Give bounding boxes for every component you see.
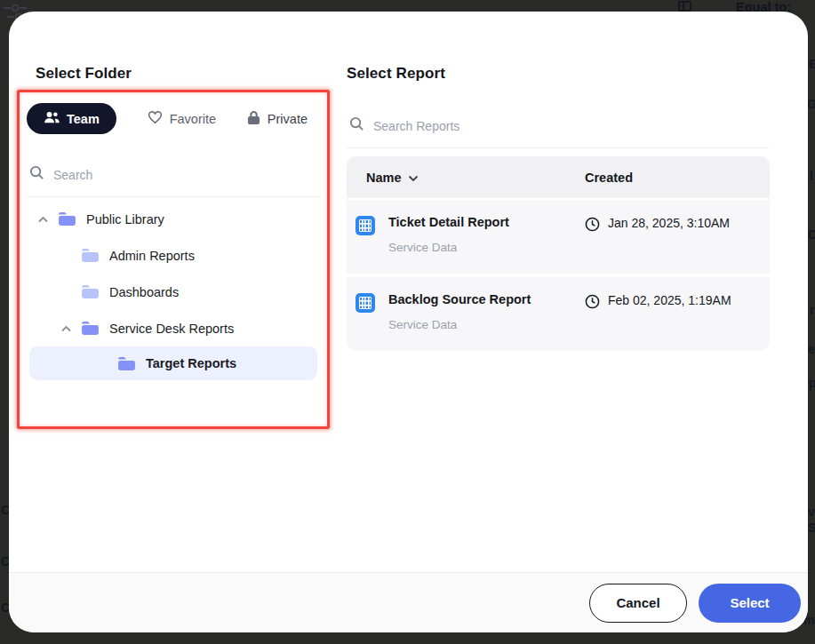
tab-team[interactable]: Team	[27, 103, 116, 134]
backdrop-text-fragment: p	[809, 376, 815, 390]
chevron-down-icon	[408, 171, 419, 185]
folder-tree: Public Library Admin Reports	[20, 201, 327, 380]
team-icon	[44, 111, 60, 126]
folder-closed-icon	[81, 284, 100, 299]
report-search-input[interactable]	[373, 119, 766, 133]
tab-private-label: Private	[268, 112, 308, 126]
tree-item-public-library[interactable]: Public Library	[20, 201, 327, 237]
report-search	[347, 109, 769, 148]
table-icon	[678, 1, 691, 12]
lock-icon	[247, 110, 260, 128]
report-name: Backlog Source Report	[388, 292, 531, 306]
folder-panel-title: Select Folder	[36, 65, 132, 83]
report-name: Ticket Detail Report	[388, 215, 509, 229]
report-panel-title: Select Report	[347, 65, 445, 83]
dialog-footer: Cancel Select	[9, 572, 808, 632]
tree-item-target-reports[interactable]: Target Reports	[29, 346, 317, 380]
chevron-up-icon[interactable]	[60, 325, 72, 332]
tree-item-admin-reports[interactable]: Admin Reports	[20, 237, 327, 274]
tree-item-label: Target Reports	[146, 356, 236, 370]
folder-search-input[interactable]	[53, 168, 319, 182]
tree-item-label: Dashboards	[109, 285, 179, 299]
clock-icon	[585, 294, 600, 313]
folder-open-icon	[58, 211, 76, 227]
report-grid-icon	[356, 293, 375, 313]
report-row-backlog-source[interactable]: Backlog Source Report Service Data Feb 0…	[347, 277, 770, 351]
tree-item-label: Service Desk Reports	[109, 322, 234, 336]
backdrop-text-fragment: l	[810, 169, 813, 183]
folder-scope-tabs: Team Favorite Private	[27, 103, 308, 134]
folder-open-icon	[81, 321, 100, 336]
tab-favorite[interactable]: Favorite	[148, 111, 216, 127]
tree-item-label: Admin Reports	[109, 249, 195, 263]
report-subtitle: Service Data	[388, 318, 531, 331]
report-table-header: Name Created	[347, 156, 770, 198]
report-subtitle: Service Data	[388, 241, 509, 254]
backdrop-text-fragment: C	[808, 227, 815, 242]
tab-favorite-label: Favorite	[170, 112, 216, 126]
backdrop-text-fragment: G	[807, 97, 815, 111]
heart-icon	[148, 111, 163, 127]
column-header-created[interactable]: Created	[585, 171, 633, 185]
report-row-ticket-detail[interactable]: Ticket Detail Report Service Data Jan 28…	[347, 200, 770, 274]
select-report-dialog: Select Folder Select Report Team	[9, 12, 808, 632]
backdrop-text-fragment: r	[810, 303, 814, 317]
backdrop-text-fragment: S	[808, 521, 815, 535]
clock-icon	[585, 217, 600, 235]
folder-open-icon	[117, 356, 136, 371]
folder-search	[27, 156, 322, 197]
backdrop-text-fragment: v	[808, 505, 815, 519]
report-created-date: Jan 28, 2025, 3:10AM	[608, 216, 730, 230]
chevron-up-icon[interactable]	[36, 216, 49, 223]
search-icon	[349, 116, 364, 135]
column-header-name[interactable]: Name	[347, 171, 585, 185]
folder-closed-icon	[81, 248, 100, 263]
backdrop-text-fragment: E	[809, 57, 815, 71]
report-created-date: Feb 02, 2025, 1:19AM	[608, 293, 731, 307]
annotation-highlight-box: Team Favorite Private	[17, 90, 330, 429]
tree-item-service-desk-reports[interactable]: Service Desk Reports	[20, 310, 327, 346]
tree-item-dashboards[interactable]: Dashboards	[20, 274, 327, 310]
cancel-button[interactable]: Cancel	[589, 584, 687, 623]
tree-item-label: Public Library	[86, 212, 164, 227]
tab-private[interactable]: Private	[247, 110, 308, 128]
tab-team-label: Team	[67, 112, 100, 126]
select-button[interactable]: Select	[699, 584, 801, 623]
report-grid-icon	[356, 216, 375, 235]
report-table: Name Created Ticket Detail Report Servic…	[347, 156, 770, 351]
backdrop-text-fragment: e	[808, 342, 815, 356]
search-icon	[29, 165, 44, 184]
